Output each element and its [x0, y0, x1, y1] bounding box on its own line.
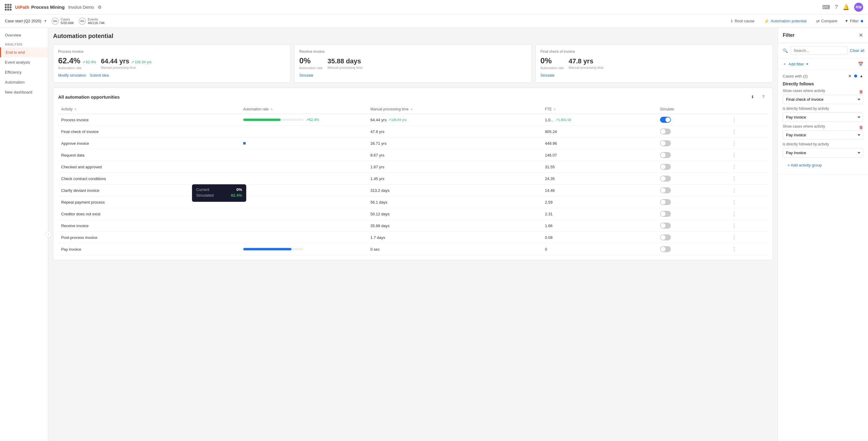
- sidebar-collapse-btn[interactable]: ‹: [45, 231, 52, 237]
- table-header: All automation opportunities ⬇ ?: [58, 93, 768, 101]
- dots-cell-6[interactable]: ⋮: [729, 185, 768, 196]
- simulate-cell-9[interactable]: [657, 220, 729, 232]
- fte-cell-1: 805.24: [542, 126, 657, 138]
- dots-cell-5[interactable]: ⋮: [729, 173, 768, 185]
- filter-close-btn[interactable]: ✕: [859, 32, 863, 39]
- simulate-cell-10[interactable]: [657, 232, 729, 243]
- dots-cell-9[interactable]: ⋮: [729, 220, 768, 232]
- time-cell-2: 26.71 yrs: [367, 138, 542, 149]
- simulate-cell-7[interactable]: [657, 196, 729, 208]
- add-filter-btn[interactable]: ＋ Add filter ▼: [783, 61, 809, 67]
- filter-x-btn[interactable]: ✕: [848, 74, 852, 79]
- toggle-off[interactable]: [660, 211, 671, 217]
- automation-potential-btn[interactable]: ⚡ Automation potential: [762, 18, 809, 25]
- dots-cell-0[interactable]: ⋮: [729, 114, 768, 126]
- simulate-cell-1[interactable]: [657, 126, 729, 138]
- activity-select-1[interactable]: Final check of invoice: [783, 95, 863, 104]
- simulate-cell-0[interactable]: [657, 114, 729, 126]
- rate-cell-10: [240, 232, 367, 243]
- delete-filter-1-btn[interactable]: 🗑: [859, 89, 863, 94]
- three-dots-icon[interactable]: ⋮: [732, 211, 737, 216]
- compare-btn[interactable]: ⇄ Compare: [814, 18, 840, 25]
- three-dots-icon[interactable]: ⋮: [732, 223, 737, 228]
- toggle-off[interactable]: [660, 152, 671, 158]
- submit-idea-link[interactable]: Submit idea: [90, 73, 109, 78]
- add-activity-group-btn[interactable]: + Add activity group: [783, 160, 863, 170]
- toggle-off[interactable]: [660, 140, 671, 146]
- toggle-off[interactable]: [660, 234, 671, 240]
- gear-icon[interactable]: ⚙: [98, 4, 101, 10]
- delete-filter-2-btn[interactable]: 🗑: [859, 125, 863, 130]
- three-dots-icon[interactable]: ⋮: [732, 141, 737, 146]
- clear-all-btn[interactable]: Clear all: [850, 48, 864, 53]
- sidebar-item-overview[interactable]: Overview: [0, 30, 48, 40]
- toggle-off[interactable]: [660, 246, 671, 252]
- filter-btn[interactable]: ▼ Filter: [844, 19, 863, 23]
- dots-cell-10[interactable]: ⋮: [729, 232, 768, 243]
- toggle-off[interactable]: [660, 199, 671, 205]
- calendar-icon[interactable]: 📅: [858, 62, 863, 66]
- info-btn[interactable]: ?: [759, 93, 768, 101]
- three-dots-icon[interactable]: ⋮: [732, 247, 737, 252]
- toggle-off[interactable]: [660, 128, 671, 135]
- three-dots-icon[interactable]: ⋮: [732, 165, 737, 170]
- help-icon[interactable]: ?: [835, 4, 838, 10]
- filter-search-input[interactable]: [790, 46, 847, 55]
- sort-automation-icon[interactable]: ⇅: [270, 108, 273, 111]
- simulate-cell-2[interactable]: [657, 138, 729, 149]
- modify-simulation-link[interactable]: Modify simulation: [58, 73, 86, 78]
- dots-cell-8[interactable]: ⋮: [729, 208, 768, 220]
- three-dots-icon[interactable]: ⋮: [732, 200, 737, 205]
- sidebar-item-new-dashboard[interactable]: New dashboard: [0, 87, 48, 97]
- dots-cell-1[interactable]: ⋮: [729, 126, 768, 138]
- three-dots-icon[interactable]: ⋮: [732, 129, 737, 134]
- dots-cell-4[interactable]: ⋮: [729, 161, 768, 173]
- followed-select-1[interactable]: Pay invoice: [783, 113, 863, 122]
- bell-icon[interactable]: 🔔: [843, 4, 849, 10]
- simulate-cell-5[interactable]: [657, 173, 729, 185]
- root-cause-btn[interactable]: ⚕ Root cause: [728, 18, 757, 25]
- card-final-check: Final check of invoice 0% Automation rat…: [535, 45, 773, 83]
- three-dots-icon[interactable]: ⋮: [732, 235, 737, 240]
- dots-cell-3[interactable]: ⋮: [729, 149, 768, 161]
- dots-cell-7[interactable]: ⋮: [729, 196, 768, 208]
- card-process-invoice-time: 64.44 yrs: [101, 57, 129, 65]
- sidebar-item-automation[interactable]: Automation: [0, 77, 48, 87]
- avatar[interactable]: RW: [854, 3, 863, 12]
- card-final-check-time-label: Manual processing time: [569, 66, 604, 69]
- chevron-up-icon[interactable]: ▲: [860, 74, 863, 78]
- card-process-invoice-time-label: Manual processing time: [101, 66, 152, 69]
- simulate-cell-8[interactable]: [657, 208, 729, 220]
- simulate-receive-link[interactable]: Simulate: [299, 73, 313, 78]
- sort-activity-icon[interactable]: ⇅: [74, 108, 76, 111]
- keyboard-icon[interactable]: ⌨: [822, 4, 830, 10]
- apps-grid-icon[interactable]: [5, 4, 11, 10]
- activity-select-2[interactable]: Pay invoice: [783, 130, 863, 140]
- toggle-off[interactable]: [660, 223, 671, 229]
- case-filter[interactable]: Case start (Q2 2020) ▼: [5, 19, 47, 23]
- toggle-off[interactable]: [660, 164, 671, 170]
- dots-cell-2[interactable]: ⋮: [729, 138, 768, 149]
- toggle-on[interactable]: [660, 117, 671, 123]
- simulate-cell-3[interactable]: [657, 149, 729, 161]
- sidebar-item-efficiency[interactable]: Efficiency: [0, 67, 48, 77]
- followed-select-2[interactable]: Pay invoice: [783, 148, 863, 157]
- tooltip-simulated-label: Simulated: [196, 193, 214, 198]
- sidebar-item-event-analysis[interactable]: Event analysis: [0, 57, 48, 67]
- sort-time-icon[interactable]: ▼: [410, 108, 413, 111]
- simulate-cell-4[interactable]: [657, 161, 729, 173]
- toggle-off[interactable]: [660, 176, 671, 182]
- sort-fte-icon[interactable]: ⇅: [553, 108, 556, 111]
- three-dots-icon[interactable]: ⋮: [732, 117, 737, 122]
- simulate-cell-6[interactable]: [657, 185, 729, 196]
- table-actions: ⬇ ?: [748, 93, 768, 101]
- toggle-off[interactable]: [660, 187, 671, 193]
- dots-cell-11[interactable]: ⋮: [729, 243, 768, 255]
- three-dots-icon[interactable]: ⋮: [732, 153, 737, 158]
- three-dots-icon[interactable]: ⋮: [732, 188, 737, 193]
- simulate-final-link[interactable]: Simulate: [540, 73, 555, 78]
- three-dots-icon[interactable]: ⋮: [732, 176, 737, 181]
- download-btn[interactable]: ⬇: [748, 93, 757, 101]
- simulate-cell-11[interactable]: [657, 243, 729, 255]
- sidebar-item-end-to-end[interactable]: End to end: [0, 47, 48, 57]
